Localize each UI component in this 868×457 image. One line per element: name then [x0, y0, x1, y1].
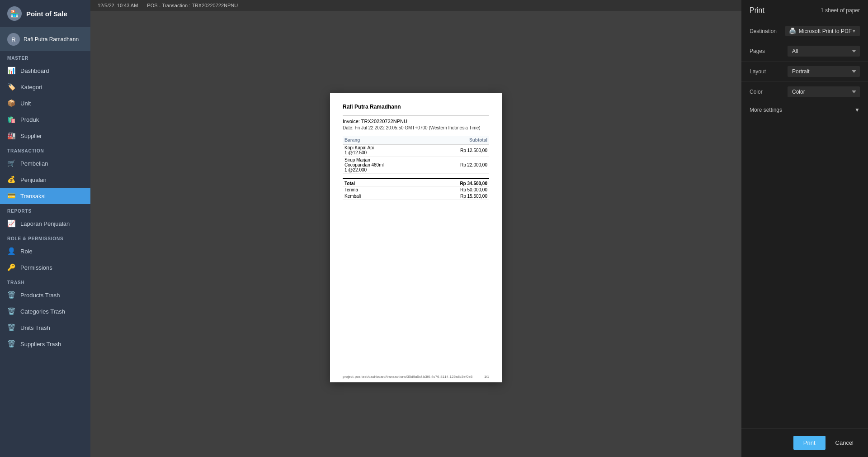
sidebar-item-transaksi[interactable]: 💳 Transaksi — [0, 188, 90, 204]
sidebar-item-permissions-label: Permissions — [20, 264, 52, 271]
transaction-section-label: TRANSACTION — [0, 144, 90, 155]
destination-value: Microsoft Print to PDF — [799, 28, 852, 34]
sidebar-item-units-trash-label: Units Trash — [20, 324, 50, 331]
print-page-footer: project-pos.test/dashboard/transactions/… — [343, 375, 489, 379]
layout-row: Layout Portrait Landscape — [741, 62, 868, 82]
print-col-subtotal: Subtotal — [428, 136, 489, 144]
sidebar-item-kategori[interactable]: 🏷️ Kategori — [0, 79, 90, 95]
color-label: Color — [750, 89, 763, 95]
sidebar: 🏪 Point of Sale R Rafi Putra Ramadhann M… — [0, 0, 90, 457]
trash-section-label: TRASH — [0, 276, 90, 287]
print-settings-panel: Print 1 sheet of paper Destination 🖨️ Mi… — [741, 0, 868, 457]
color-row: Color Color Black and white — [741, 82, 868, 102]
print-terima-row: Terima Rp 50.000,00 — [343, 187, 489, 193]
destination-label: Destination — [750, 28, 777, 34]
sidebar-item-permissions[interactable]: 🔑 Permissions — [0, 259, 90, 276]
sidebar-item-dashboard[interactable]: 📊 Dashboard — [0, 62, 90, 79]
print-item-1-subtotal: Rp 12.500,00 — [428, 144, 489, 157]
sidebar-user: R Rafi Putra Ramadhann — [0, 28, 90, 51]
sidebar-brand[interactable]: 🏪 Point of Sale — [0, 0, 90, 28]
sidebar-item-penjualan[interactable]: 💰 Penjualan — [0, 171, 90, 188]
suppliers-trash-icon: 🗑️ — [7, 340, 16, 348]
print-store-name: Rafi Putra Ramadhann — [343, 104, 489, 110]
sidebar-item-laporan[interactable]: 📈 Laporan Penjualan — [0, 215, 90, 232]
transaksi-icon: 💳 — [7, 192, 16, 200]
penjualan-icon: 💰 — [7, 176, 16, 184]
pages-label: Pages — [750, 48, 765, 54]
print-row-1: Kopi Kapal Api1 @12.500 Rp 12.500,00 — [343, 144, 489, 157]
print-cancel-button[interactable]: Cancel — [829, 436, 860, 450]
print-total-row: Total Rp 34.500,00 — [343, 181, 489, 187]
sidebar-item-unit-label: Unit — [20, 100, 31, 107]
products-trash-icon: 🗑️ — [7, 291, 16, 299]
sidebar-item-kategori-label: Kategori — [20, 84, 42, 90]
print-row-2: Sirup MarjanCocopandan 460ml1 @22.000 Rp… — [343, 157, 489, 174]
sidebar-item-categories-trash[interactable]: 🗑️ Categories Trash — [0, 303, 90, 319]
layout-select[interactable]: Portrait Landscape — [788, 66, 860, 77]
destination-select[interactable]: 🖨️ Microsoft Print to PDF ▼ — [785, 26, 860, 36]
print-settings-header: Print 1 sheet of paper — [741, 0, 868, 21]
sidebar-item-penjualan-label: Penjualan — [20, 176, 47, 183]
sidebar-item-categories-trash-label: Categories Trash — [20, 308, 65, 315]
print-topbar-title: POS - Transaction : TRX20220722NPNU — [147, 3, 238, 8]
print-dialog-title: Print — [750, 6, 764, 14]
print-invoice-date: Date: Fri Jul 22 2022 20:05:50 GMT+0700 … — [343, 125, 489, 130]
pages-row: Pages All Custom — [741, 41, 868, 62]
print-page: Rafi Putra Ramadhann Invoice: TRX2022072… — [330, 93, 502, 382]
sidebar-item-units-trash[interactable]: 🗑️ Units Trash — [0, 319, 90, 336]
sidebar-item-dashboard-label: Dashboard — [20, 67, 49, 74]
print-area: 12/5/22, 10:43 AM POS - Transaction : TR… — [90, 0, 868, 457]
sidebar-item-transaksi-label: Transaksi — [20, 193, 46, 200]
print-total-label: Total — [343, 181, 400, 187]
sidebar-item-supplier-label: Supplier — [20, 133, 42, 139]
sidebar-item-products-trash[interactable]: 🗑️ Products Trash — [0, 287, 90, 303]
sidebar-item-supplier[interactable]: 🏭 Supplier — [0, 128, 90, 144]
more-settings-label: More settings — [750, 107, 782, 113]
print-item-1-name: Kopi Kapal Api1 @12.500 — [343, 144, 428, 157]
sidebar-item-suppliers-trash[interactable]: 🗑️ Suppliers Trash — [0, 336, 90, 352]
print-terima-value: Rp 50.000,00 — [400, 187, 489, 193]
sidebar-item-suppliers-trash-label: Suppliers Trash — [20, 341, 61, 348]
print-kembali-value: Rp 15.500,00 — [400, 193, 489, 200]
layout-label: Layout — [750, 68, 766, 75]
more-settings-row[interactable]: More settings ▼ — [741, 102, 868, 118]
brand-icon: 🏪 — [7, 6, 22, 21]
supplier-icon: 🏭 — [7, 132, 16, 140]
print-invoice-label: Invoice: TRX20220722NPNU — [343, 119, 489, 124]
pembelian-icon: 🛒 — [7, 159, 16, 167]
more-settings-chevron: ▼ — [854, 107, 860, 113]
print-button[interactable]: Print — [793, 436, 826, 450]
role-section-label: ROLE & PERMISSIONS — [0, 232, 90, 243]
print-total-value: Rp 34.500,00 — [400, 181, 489, 187]
printer-icon: 🖨️ — [789, 28, 796, 34]
produk-icon: 🛍️ — [7, 115, 16, 124]
pages-select[interactable]: All Custom — [788, 46, 860, 57]
print-totals: Total Rp 34.500,00 Terima Rp 50.000,00 K… — [343, 178, 489, 200]
print-kembali-row: Kembali Rp 15.500,00 — [343, 193, 489, 200]
categories-trash-icon: 🗑️ — [7, 307, 16, 315]
print-item-2-subtotal: Rp 22.000,00 — [428, 157, 489, 174]
sidebar-item-produk[interactable]: 🛍️ Produk — [0, 111, 90, 128]
print-footer-url: project-pos.test/dashboard/transactions/… — [343, 375, 472, 379]
print-terima-label: Terima — [343, 187, 400, 193]
main-area: Dashboard / Transaction TRX20220722NPNU … — [90, 0, 868, 457]
sidebar-item-pembelian-label: Pembelian — [20, 160, 48, 167]
sidebar-item-laporan-label: Laporan Penjualan — [20, 220, 70, 227]
sidebar-item-role-label: Role — [20, 248, 33, 255]
unit-icon: 📦 — [7, 99, 16, 107]
print-item-2-name: Sirup MarjanCocopandan 460ml1 @22.000 — [343, 157, 428, 174]
dashboard-icon: 📊 — [7, 67, 16, 75]
print-kembali-label: Kembali — [343, 193, 400, 200]
color-select[interactable]: Color Black and white — [788, 86, 860, 97]
print-topbar-time: 12/5/22, 10:43 AM — [98, 3, 138, 8]
kategori-icon: 🏷️ — [7, 83, 16, 91]
username: Rafi Putra Ramadhann — [24, 36, 79, 43]
sidebar-item-role[interactable]: 👤 Role — [0, 243, 90, 259]
print-overlay: 12/5/22, 10:43 AM POS - Transaction : TR… — [90, 0, 868, 457]
permissions-icon: 🔑 — [7, 263, 16, 271]
sidebar-item-unit[interactable]: 📦 Unit — [0, 95, 90, 111]
sidebar-item-produk-label: Produk — [20, 116, 39, 123]
print-topbar: 12/5/22, 10:43 AM POS - Transaction : TR… — [90, 0, 741, 11]
sidebar-item-pembelian[interactable]: 🛒 Pembelian — [0, 155, 90, 171]
print-sheets-label: 1 sheet of paper — [821, 7, 860, 14]
